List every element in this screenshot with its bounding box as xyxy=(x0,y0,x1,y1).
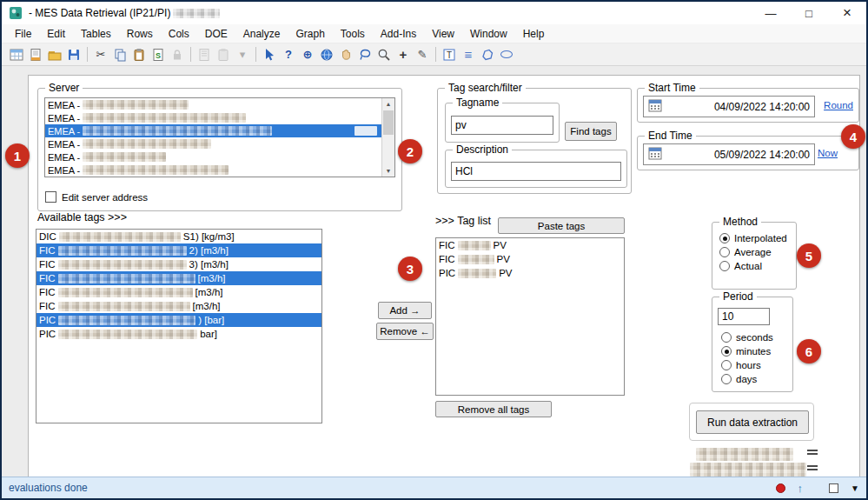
start-time-field[interactable]: 04/09/2022 14:20:00 xyxy=(643,96,815,117)
menu-item-view[interactable]: View xyxy=(424,26,462,42)
server-list-item[interactable]: EMEA - xyxy=(45,163,381,177)
callout-badge-1: 1 xyxy=(5,143,30,168)
radio-icon[interactable] xyxy=(721,332,732,343)
period-radio-seconds[interactable]: seconds xyxy=(721,332,773,343)
find-tags-button[interactable]: Find tags xyxy=(565,122,617,141)
method-radio-average[interactable]: Average xyxy=(719,247,772,257)
menu-item-cols[interactable]: Cols xyxy=(161,26,197,42)
grabber-icon[interactable] xyxy=(336,45,355,63)
available-tag-item[interactable]: PICbar] xyxy=(36,327,321,341)
menu-item-edit[interactable]: Edit xyxy=(39,26,73,42)
stop-icon[interactable] xyxy=(776,483,785,493)
checkbox-box[interactable] xyxy=(45,191,56,203)
menu-item-analyze[interactable]: Analyze xyxy=(235,26,288,42)
text-tool-icon[interactable]: T xyxy=(440,45,459,63)
method-group: Method Interpolated Average Actual xyxy=(712,222,797,290)
scroll-down-icon[interactable]: ▼ xyxy=(382,165,394,177)
line-tool-icon[interactable]: ≡ xyxy=(459,45,478,63)
radio-icon[interactable] xyxy=(721,346,732,357)
select-arrow-icon[interactable] xyxy=(260,45,279,63)
new-journal-icon[interactable] xyxy=(26,45,45,63)
tag-list-item[interactable]: FICPV xyxy=(436,252,624,266)
description-input[interactable] xyxy=(451,162,621,181)
paste-icon[interactable] xyxy=(129,45,149,63)
radio-icon[interactable] xyxy=(721,360,732,370)
available-tag-item-selected[interactable]: FIC[m3/h] xyxy=(36,271,321,285)
paste-script-icon[interactable]: S xyxy=(149,45,168,63)
server-list-item[interactable]: EMEA - xyxy=(45,111,381,124)
help-icon[interactable]: ? xyxy=(279,45,298,63)
end-time-field[interactable]: 05/09/2022 14:20:00 xyxy=(643,143,815,165)
add-button[interactable]: Add → xyxy=(378,302,432,319)
tagname-input[interactable] xyxy=(451,116,553,135)
menu-item-tables[interactable]: Tables xyxy=(73,26,119,42)
cut-icon[interactable]: ✂ xyxy=(91,45,110,63)
server-list-item[interactable]: EMEA - xyxy=(45,137,381,150)
window-layout-icon[interactable] xyxy=(829,483,838,493)
tag-list-item[interactable]: PICPV xyxy=(436,266,624,280)
available-tag-item[interactable]: FIC3) [m3/h] xyxy=(36,257,321,271)
radio-icon[interactable] xyxy=(719,247,730,257)
run-data-extraction-button[interactable]: Run data extraction xyxy=(696,410,809,434)
scrollbar-thumb[interactable] xyxy=(383,110,394,135)
lasso-icon[interactable] xyxy=(355,45,374,63)
radio-icon[interactable] xyxy=(719,233,730,243)
now-link[interactable]: Now xyxy=(818,148,838,158)
menu-item-help[interactable]: Help xyxy=(515,26,553,42)
period-radio-hours[interactable]: hours xyxy=(721,360,761,370)
available-tag-item[interactable]: FIC[m3/h] xyxy=(36,285,321,299)
radio-icon[interactable] xyxy=(719,261,730,271)
edit-server-address-checkbox[interactable]: Edit server address xyxy=(45,191,148,203)
tag-list-listbox[interactable]: FICPV FICPV PICPV xyxy=(435,237,625,396)
magnifier-icon[interactable] xyxy=(374,45,394,63)
calendar-icon[interactable] xyxy=(648,98,662,115)
maximize-button[interactable]: □ xyxy=(790,2,828,24)
menu-item-rows[interactable]: Rows xyxy=(119,26,161,42)
decorative-dash xyxy=(807,469,818,470)
server-listbox[interactable]: EMEA - EMEA - EMEA - EMEA - EMEA - EMEA … xyxy=(44,97,395,177)
menu-item-window[interactable]: Window xyxy=(462,26,515,42)
paste-tags-button[interactable]: Paste tags xyxy=(498,217,625,234)
dropdown-arrow-icon[interactable]: ▼ xyxy=(851,483,859,493)
server-list-item[interactable]: EMEA - xyxy=(45,150,381,163)
method-radio-actual[interactable]: Actual xyxy=(719,261,762,271)
copy-icon[interactable] xyxy=(110,45,129,63)
menu-item-tools[interactable]: Tools xyxy=(333,26,373,42)
tag-list-item[interactable]: FICPV xyxy=(436,238,624,252)
polygon-tool-icon[interactable] xyxy=(478,45,497,63)
remove-button[interactable]: Remove ← xyxy=(376,323,434,340)
save-icon[interactable] xyxy=(64,45,83,63)
scroll-up-icon[interactable]: ▲ xyxy=(382,98,394,110)
server-list-scrollbar[interactable]: ▲ ▼ xyxy=(381,98,394,177)
available-tags-listbox[interactable]: DICS1) [kg/m3] FIC2) [m3/h] FIC3) [m3/h]… xyxy=(36,229,322,423)
server-list-item[interactable]: EMEA - xyxy=(45,98,381,111)
globe-icon[interactable] xyxy=(317,45,336,63)
available-tag-item[interactable]: DICS1) [kg/m3] xyxy=(36,230,321,243)
calendar-icon[interactable] xyxy=(648,146,662,163)
available-tag-item-selected[interactable]: PIC) [bar] xyxy=(36,313,321,327)
plus-icon[interactable]: + xyxy=(394,45,413,63)
period-input[interactable] xyxy=(718,308,770,325)
menu-item-graph[interactable]: Graph xyxy=(288,26,332,42)
end-time-group: End Time 05/09/2022 14:20:00 Now xyxy=(637,136,859,170)
period-radio-days[interactable]: days xyxy=(721,374,757,384)
new-data-table-icon[interactable] xyxy=(7,45,26,63)
remove-all-tags-button[interactable]: Remove all tags xyxy=(435,401,552,417)
available-tag-item[interactable]: FIC[m3/h] xyxy=(36,299,321,313)
menu-item-file[interactable]: File xyxy=(7,26,39,42)
available-tag-item-selected[interactable]: FIC2) [m3/h] xyxy=(36,243,321,257)
crosshair-icon[interactable]: ⊕ xyxy=(298,45,317,63)
pencil-icon[interactable]: ✎ xyxy=(413,45,432,63)
method-radio-interpolated[interactable]: Interpolated xyxy=(719,233,787,243)
menu-item-addins[interactable]: Add-Ins xyxy=(373,26,424,42)
minimize-button[interactable]: — xyxy=(752,2,790,24)
menu-item-doe[interactable]: DOE xyxy=(197,26,235,42)
close-button[interactable]: × xyxy=(828,2,866,24)
radio-icon[interactable] xyxy=(721,374,732,384)
oval-tool-icon[interactable] xyxy=(497,45,516,63)
period-radio-minutes[interactable]: minutes xyxy=(721,346,771,357)
update-arrow-icon[interactable]: ↑ xyxy=(798,482,804,495)
round-link[interactable]: Round xyxy=(824,100,853,110)
server-list-item-selected[interactable]: EMEA - xyxy=(45,124,381,137)
open-icon[interactable] xyxy=(45,45,64,63)
